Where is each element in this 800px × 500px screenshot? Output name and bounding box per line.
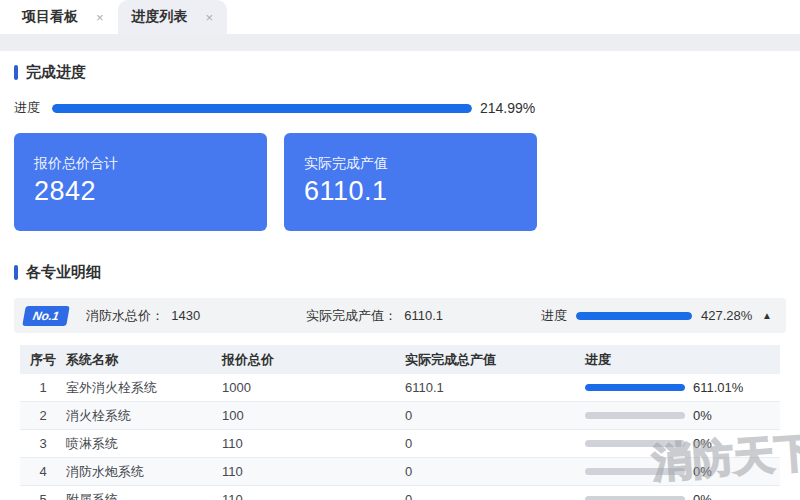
section-title-text: 完成进度	[26, 63, 86, 82]
col-header-quote: 报价总价	[222, 351, 405, 369]
group-total: 消防水总价： 1430	[86, 307, 306, 325]
progress-label: 进度	[541, 307, 567, 325]
table-header: 序号 系统名称 报价总价 实际完成总产值 进度	[20, 345, 780, 374]
row-progress-bar	[585, 440, 685, 447]
cell-no: 4	[20, 464, 66, 479]
col-header-name: 系统名称	[66, 351, 222, 369]
tab-project-board-label: 项目看板	[22, 8, 78, 26]
cell-actual: 0	[405, 436, 585, 451]
card-label: 实际完成产值	[304, 155, 537, 173]
content: 完成进度 进度 214.99% 报价总价合计 2842 实际完成产值 6110.…	[0, 51, 800, 500]
card-actual-output: 实际完成产值 6110.1	[284, 133, 537, 231]
section-marker	[14, 265, 18, 280]
cell-no: 2	[20, 408, 66, 423]
cell-quote: 110	[222, 436, 405, 451]
cell-quote: 100	[222, 408, 405, 423]
group-progress-percent: 427.28%	[701, 308, 752, 323]
row-progress-percent: 611.01%	[693, 380, 743, 395]
close-icon[interactable]: ×	[96, 10, 104, 25]
table-row[interactable]: 1 室外消火栓系统 1000 6110.1 611.01%	[20, 374, 780, 402]
collapse-arrow-icon[interactable]: ▲	[762, 310, 772, 321]
cell-no: 1	[20, 380, 66, 395]
row-progress-percent: 0%	[693, 492, 712, 500]
table-row[interactable]: 4 消防水炮系统 110 0 0%	[20, 458, 780, 486]
card-value: 2842	[34, 176, 267, 207]
row-progress-bar	[585, 468, 685, 475]
rank-badge: No.1	[22, 306, 70, 326]
stat-cards: 报价总价合计 2842 实际完成产值 6110.1	[14, 133, 786, 231]
group-actual: 实际完成产值： 6110.1	[306, 307, 541, 325]
row-progress-percent: 0%	[693, 464, 712, 479]
table-row[interactable]: 3 喷淋系统 110 0 0%	[20, 430, 780, 458]
group-summary-row[interactable]: No.1 消防水总价： 1430 实际完成产值： 6110.1 进度 427.2…	[14, 298, 786, 333]
cell-no: 5	[20, 492, 66, 500]
tab-bar: 项目看板 × 进度列表 ×	[0, 0, 800, 34]
overall-progress-bar	[52, 104, 472, 113]
row-progress-bar	[585, 412, 685, 419]
overall-progress-percent: 214.99%	[480, 100, 535, 116]
cell-actual: 0	[405, 464, 585, 479]
section-title-completion: 完成进度	[14, 63, 786, 82]
tab-project-board[interactable]: 项目看板 ×	[8, 0, 118, 34]
card-label: 报价总价合计	[34, 155, 267, 173]
cell-quote: 110	[222, 464, 405, 479]
card-value: 6110.1	[304, 176, 537, 207]
cell-quote: 110	[222, 492, 405, 500]
overall-progress-row: 进度 214.99%	[14, 99, 786, 117]
cell-name: 喷淋系统	[66, 435, 222, 453]
row-progress-bar	[585, 496, 685, 500]
cell-progress: 0%	[585, 408, 780, 423]
row-progress-bar	[585, 384, 685, 391]
cell-name: 消火栓系统	[66, 407, 222, 425]
section-marker	[14, 65, 18, 80]
table-body: 1 室外消火栓系统 1000 6110.1 611.01% 2 消火栓系统 10…	[20, 374, 780, 500]
col-header-no: 序号	[20, 351, 66, 369]
overall-progress-fill	[52, 104, 472, 113]
section-title-text: 各专业明细	[26, 263, 101, 282]
row-progress-percent: 0%	[693, 436, 712, 451]
table-row[interactable]: 5 附属系统 110 0 0%	[20, 486, 780, 500]
tab-progress-list-label: 进度列表	[132, 8, 188, 26]
cell-name: 附属系统	[66, 491, 222, 500]
col-header-progress: 进度	[585, 351, 780, 369]
close-icon[interactable]: ×	[206, 10, 214, 25]
cell-no: 3	[20, 436, 66, 451]
cell-name: 消防水炮系统	[66, 463, 222, 481]
cell-name: 室外消火栓系统	[66, 379, 222, 397]
page: 项目看板 × 进度列表 × 完成进度 进度 214.99% 报价总价合计 284…	[0, 0, 800, 500]
cell-actual: 0	[405, 408, 585, 423]
group-progress-fill	[576, 312, 692, 320]
tab-progress-list[interactable]: 进度列表 ×	[118, 0, 228, 34]
cell-progress: 611.01%	[585, 380, 780, 395]
cell-progress: 0%	[585, 492, 780, 500]
col-header-actual: 实际完成总产值	[405, 351, 585, 369]
cell-actual: 6110.1	[405, 380, 585, 395]
progress-label: 进度	[14, 99, 52, 117]
systems-table: 序号 系统名称 报价总价 实际完成总产值 进度 1 室外消火栓系统 1000 6…	[20, 345, 780, 500]
row-progress-percent: 0%	[693, 408, 712, 423]
cell-actual: 0	[405, 492, 585, 500]
cell-progress: 0%	[585, 464, 780, 479]
section-title-details: 各专业明细	[14, 263, 786, 282]
group-progress-bar	[576, 312, 692, 320]
cell-quote: 1000	[222, 380, 405, 395]
group-progress: 进度 427.28%	[541, 307, 752, 325]
tab-bar-divider	[0, 34, 800, 51]
cell-progress: 0%	[585, 436, 780, 451]
card-quote-total: 报价总价合计 2842	[14, 133, 267, 231]
table-row[interactable]: 2 消火栓系统 100 0 0%	[20, 402, 780, 430]
